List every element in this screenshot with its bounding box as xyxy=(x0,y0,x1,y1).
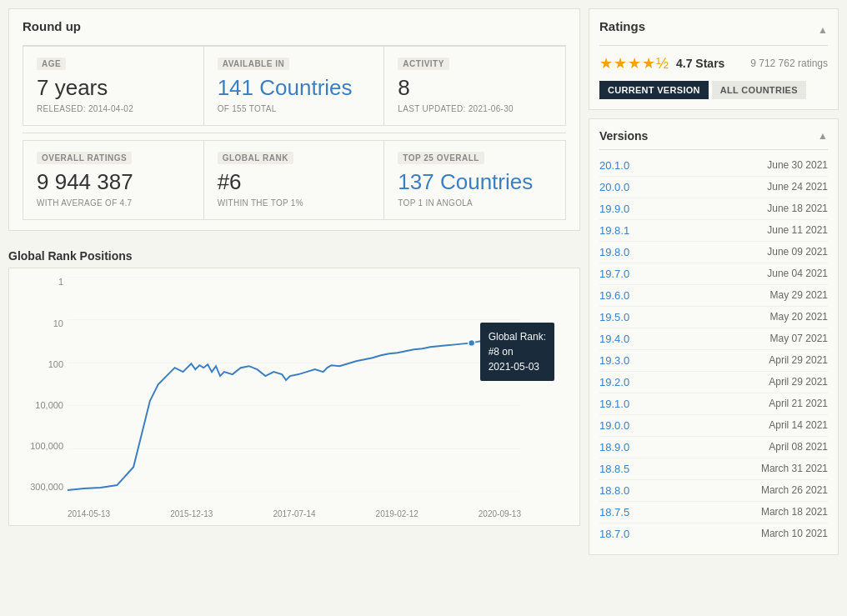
version-date: May 07 2021 xyxy=(770,333,828,345)
version-date: June 04 2021 xyxy=(767,268,828,280)
version-number: 18.8.0 xyxy=(599,484,629,497)
version-number: 19.3.0 xyxy=(599,354,629,367)
version-row[interactable]: 18.9.0April 08 2021 xyxy=(599,437,828,458)
version-date: June 30 2021 xyxy=(767,159,828,172)
version-number: 19.8.1 xyxy=(599,224,629,237)
version-number: 18.9.0 xyxy=(599,441,629,453)
x-label-3: 2019-02-12 xyxy=(376,509,418,518)
x-label-0: 2014-05-13 xyxy=(68,509,110,518)
version-number: 20.0.0 xyxy=(599,181,629,193)
version-date: June 18 2021 xyxy=(767,203,828,215)
stat-activity-label: ACTIVITY xyxy=(398,58,449,70)
stat-overall-ratings: OVERALL RATINGS 9 944 387 WITH AVERAGE O… xyxy=(23,141,204,220)
version-number: 19.4.0 xyxy=(599,333,629,345)
version-date: March 26 2021 xyxy=(761,484,828,497)
ratings-chevron-icon[interactable]: ▲ xyxy=(818,24,828,36)
version-row[interactable]: 19.3.0April 29 2021 xyxy=(599,350,828,372)
stat-activity-sub: LAST UPDATED: 2021-06-30 xyxy=(398,104,552,113)
stat-top25: TOP 25 OVERALL 137 Countries TOP 1 IN AN… xyxy=(384,141,565,220)
stat-available-value: 141 Countries xyxy=(218,75,371,101)
y-label-300000: 300,000 xyxy=(13,482,63,492)
version-date: April 21 2021 xyxy=(769,398,828,410)
stars-display: ★★★★½ xyxy=(599,54,669,73)
version-number: 19.6.0 xyxy=(599,289,629,302)
version-date: June 09 2021 xyxy=(767,246,828,258)
chart-tooltip: Global Rank:#8 on2021-05-03 xyxy=(480,323,554,381)
chart-container: 1 10 100 10,000 100,000 300,000 xyxy=(8,268,580,526)
stat-overall-label: OVERALL RATINGS xyxy=(37,152,132,164)
chart-svg xyxy=(68,277,521,492)
ratings-section: Ratings ▲ ★★★★½ 4.7 Stars 9 712 762 rati… xyxy=(589,8,839,110)
version-row[interactable]: 19.9.0June 18 2021 xyxy=(599,198,828,220)
version-date: June 24 2021 xyxy=(767,181,828,193)
y-axis-labels: 1 10 100 10,000 100,000 300,000 xyxy=(13,277,63,492)
version-number: 19.5.0 xyxy=(599,311,629,323)
stat-activity-value: 8 xyxy=(398,75,552,101)
current-version-button[interactable]: CURRENT VERSION xyxy=(599,81,709,99)
version-number: 18.7.0 xyxy=(599,528,629,540)
version-date: April 29 2021 xyxy=(769,354,828,367)
stat-top25-value: 137 Countries xyxy=(398,169,552,195)
version-number: 19.1.0 xyxy=(599,398,629,410)
version-date: June 11 2021 xyxy=(767,224,828,237)
version-row[interactable]: 19.5.0May 20 2021 xyxy=(599,307,828,328)
star-value: 4.7 Stars xyxy=(676,57,724,70)
x-label-2: 2017-07-14 xyxy=(273,509,315,518)
stat-top25-sub: TOP 1 IN ANGOLA xyxy=(398,198,552,208)
y-label-1: 1 xyxy=(13,277,63,287)
version-date: March 18 2021 xyxy=(761,506,828,518)
x-label-1: 2015-12-13 xyxy=(170,509,213,518)
version-number: 19.7.0 xyxy=(599,268,629,280)
version-row[interactable]: 18.8.0March 26 2021 xyxy=(599,480,828,502)
x-label-4: 2020-09-13 xyxy=(479,509,521,518)
y-label-100000: 100,000 xyxy=(13,441,63,451)
all-countries-button[interactable]: ALL COUNTRIES xyxy=(712,81,806,99)
stat-available-sub: OF 155 TOTAL xyxy=(218,104,371,113)
version-row[interactable]: 19.4.0May 07 2021 xyxy=(599,328,828,350)
version-row[interactable]: 20.1.0June 30 2021 xyxy=(599,155,828,177)
version-number: 19.2.0 xyxy=(599,376,629,388)
version-row[interactable]: 18.7.5March 18 2021 xyxy=(599,502,828,523)
stat-activity: ACTIVITY 8 LAST UPDATED: 2021-06-30 xyxy=(384,47,565,126)
version-row[interactable]: 20.0.0June 24 2021 xyxy=(599,177,828,198)
version-number: 18.7.5 xyxy=(599,506,629,518)
svg-point-6 xyxy=(469,340,475,347)
stat-age-sub: RELEASED: 2014-04-02 xyxy=(37,104,190,113)
stat-age-label: AGE xyxy=(37,58,66,70)
rating-count: 9 712 762 ratings xyxy=(750,58,828,69)
version-number: 19.8.0 xyxy=(599,246,629,258)
stat-age: AGE 7 years RELEASED: 2014-04-02 xyxy=(23,47,204,126)
version-row[interactable]: 19.8.0June 09 2021 xyxy=(599,242,828,263)
stat-available: AVAILABLE IN 141 Countries OF 155 TOTAL xyxy=(204,47,385,126)
stat-top25-label: TOP 25 OVERALL xyxy=(398,152,484,164)
version-date: April 14 2021 xyxy=(769,419,828,432)
stat-rank-label: GLOBAL RANK xyxy=(218,152,293,164)
version-date: March 31 2021 xyxy=(761,463,828,475)
stat-overall-sub: WITH AVERAGE OF 4.7 xyxy=(37,198,190,208)
version-row[interactable]: 19.7.0June 04 2021 xyxy=(599,263,828,285)
version-row[interactable]: 19.8.1June 11 2021 xyxy=(599,220,828,242)
versions-section: Versions ▲ 20.1.0June 30 202120.0.0June … xyxy=(589,118,839,555)
roundup-title: Round up xyxy=(23,19,81,33)
version-number: 18.8.5 xyxy=(599,463,629,475)
version-row[interactable]: 19.6.0May 29 2021 xyxy=(599,285,828,307)
stat-rank-value: #6 xyxy=(218,169,371,195)
version-row[interactable]: 18.7.0March 10 2021 xyxy=(599,523,828,544)
versions-chevron-icon[interactable]: ▲ xyxy=(818,130,828,142)
chart-title: Global Rank Positions xyxy=(8,249,133,263)
versions-title: Versions xyxy=(599,129,648,143)
stat-global-rank: GLOBAL RANK #6 WITHIN THE TOP 1% xyxy=(204,141,385,220)
version-row[interactable]: 18.8.5March 31 2021 xyxy=(599,458,828,480)
stat-overall-value: 9 944 387 xyxy=(37,169,190,195)
y-label-10000: 10,000 xyxy=(13,400,63,410)
y-label-100: 100 xyxy=(13,359,63,369)
versions-list: 20.1.0June 30 202120.0.0June 24 202119.9… xyxy=(599,155,828,544)
x-axis-labels: 2014-05-13 2015-12-13 2017-07-14 2019-02… xyxy=(68,509,521,518)
version-row[interactable]: 19.1.0April 21 2021 xyxy=(599,393,828,415)
version-row[interactable]: 19.2.0April 29 2021 xyxy=(599,372,828,393)
version-buttons: CURRENT VERSION ALL COUNTRIES xyxy=(599,81,828,99)
version-number: 19.9.0 xyxy=(599,203,629,215)
version-row[interactable]: 19.0.0April 14 2021 xyxy=(599,415,828,437)
y-label-10: 10 xyxy=(13,318,63,328)
tooltip-text: Global Rank:#8 on2021-05-03 xyxy=(489,331,546,373)
